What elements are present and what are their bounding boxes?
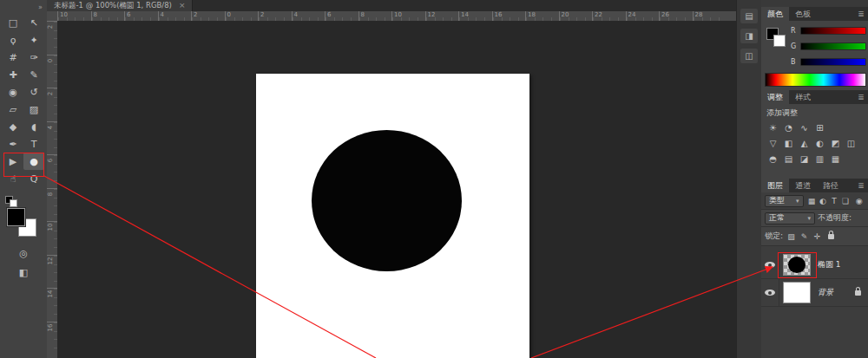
tab-adjustments[interactable]: 调整 [761, 90, 789, 104]
move-tool[interactable]: ↖ [23, 14, 44, 31]
screen-mode-button[interactable]: ◧ [12, 265, 35, 279]
tab-styles[interactable]: 样式 [789, 90, 817, 104]
filter-type-layers-icon[interactable]: T [829, 195, 840, 207]
quick-selection-tool[interactable]: ✦ [23, 31, 44, 49]
crop-tool[interactable]: # [3, 49, 23, 66]
quick-mask-button[interactable]: ◎ [12, 246, 35, 260]
black-white-icon[interactable]: ◐ [813, 138, 826, 150]
lock-position-icon[interactable]: ✛ [812, 231, 823, 243]
tab-swatches[interactable]: 色板 [789, 7, 817, 21]
opacity-label: 不透明度: [818, 212, 852, 224]
pen-tool[interactable]: ✒ [3, 135, 23, 153]
brush-tool[interactable]: ✎ [23, 66, 44, 83]
panel-menu-icon[interactable]: ≣ [854, 7, 868, 21]
selective-color-icon[interactable]: ▦ [829, 153, 842, 166]
filter-shape-layers-icon[interactable]: ❏ [840, 195, 852, 207]
adjustment-icon: ◫ [847, 140, 855, 148]
adjustment-row-2: ▽◧◭◐◩◫ [761, 136, 868, 152]
color-spectrum-bar[interactable] [765, 73, 866, 87]
layer-visibility-toggle[interactable] [761, 251, 779, 278]
vibrance-icon[interactable]: ▽ [766, 138, 779, 150]
properties-panel-button[interactable]: ◨ [740, 29, 758, 43]
exposure-icon[interactable]: ⊞ [813, 122, 826, 134]
layer-name: 背景 [818, 287, 833, 298]
document-tab[interactable]: 未标题-1 @ 100%(椭圆 1, RGB/8) × [47, 0, 193, 11]
hand-tool[interactable]: ☝ [3, 170, 23, 187]
layer-row-ellipse[interactable]: 椭圆 1 [761, 251, 868, 279]
layers-panel: 图层 通道 路径 ≣ 类型 ▾ ▦◐T❏ ◉ 正常 ▾ 不透明度: 锁定: [761, 179, 868, 358]
eraser-tool[interactable]: ▱ [3, 101, 23, 118]
history-brush-tool[interactable]: ↺ [23, 83, 44, 101]
blend-mode-row: 正常 ▾ 不透明度: [761, 210, 868, 227]
posterize-icon[interactable]: ▤ [782, 153, 795, 166]
rectangular-marquee-tool[interactable]: □ [3, 14, 23, 31]
lasso-tool[interactable]: ϙ [3, 31, 23, 49]
gradient-map-icon[interactable]: ▥ [813, 153, 826, 166]
default-colors-icon[interactable] [5, 196, 17, 206]
ellipse-layer-thumbnail[interactable] [783, 254, 811, 276]
layer-name: 椭圆 1 [818, 259, 841, 270]
panel-color-swatches[interactable] [766, 28, 787, 49]
channel-mixer-icon[interactable]: ◫ [845, 138, 858, 150]
threshold-icon[interactable]: ◪ [798, 153, 811, 166]
curves-icon[interactable]: ∿ [798, 122, 811, 134]
ruler-label: 8 [359, 11, 392, 19]
tab-close-icon[interactable]: × [179, 2, 186, 10]
red-channel-slider[interactable] [800, 27, 866, 35]
filter-pixel-layers-icon[interactable]: ▦ [806, 195, 818, 207]
blend-mode-dropdown[interactable]: 正常 ▾ [765, 212, 815, 225]
document-canvas[interactable] [256, 74, 529, 358]
clone-stamp-tool[interactable]: ◉ [3, 83, 23, 101]
green-channel-row: G [791, 42, 866, 50]
panel-menu-icon[interactable]: ≣ [854, 179, 868, 192]
layer-row-background[interactable]: 背景 [761, 279, 868, 307]
levels-icon[interactable]: ◔ [782, 122, 795, 134]
spot-healing-brush-tool[interactable]: ✚ [3, 66, 23, 83]
ruler-label: 28 [694, 11, 727, 19]
ruler-label: 18 [526, 11, 559, 19]
tab-color[interactable]: 颜色 [761, 7, 789, 21]
background-layer-thumbnail[interactable] [783, 282, 811, 303]
layer-visibility-toggle[interactable] [761, 279, 779, 306]
lock-pixels-icon[interactable]: ✎ [799, 231, 810, 243]
hue-saturation-icon[interactable]: ◧ [782, 138, 795, 150]
photo-filter-icon[interactable]: ◩ [829, 138, 842, 150]
eyedropper-tool[interactable]: ✑ [23, 49, 44, 66]
ellipse-tool[interactable]: ● [23, 153, 44, 170]
color-balance-icon[interactable]: ◭ [798, 138, 811, 150]
layer-filter-kind-dropdown[interactable]: 类型 ▾ [765, 195, 804, 207]
tab-layers[interactable]: 图层 [761, 179, 789, 192]
collapsed-panel-dock: ▤ ◨ ◫ [736, 0, 761, 358]
color-panel: 颜色 色板 ≣ R G B [761, 7, 868, 90]
ruler-label: 4 [159, 11, 192, 19]
history-panel-button[interactable]: ▤ [740, 9, 758, 23]
green-channel-label: G [791, 42, 797, 50]
foreground-color-swatch[interactable] [7, 208, 25, 226]
zoom-tool[interactable]: Q [23, 170, 44, 187]
ellipse-shape[interactable] [312, 130, 462, 271]
info-panel-button[interactable]: ◫ [740, 49, 758, 63]
path-selection-tool[interactable]: ▶ [3, 153, 23, 170]
invert-icon[interactable]: ◓ [766, 153, 779, 166]
panel-menu-icon[interactable]: ≣ [854, 90, 868, 104]
tab-channels[interactable]: 通道 [789, 179, 817, 192]
blue-channel-slider[interactable] [800, 58, 866, 66]
blur-tool[interactable]: ◆ [3, 118, 23, 135]
toolbar-collapse-button[interactable]: » [0, 0, 47, 14]
tab-paths[interactable]: 路径 [817, 179, 845, 192]
gradient-tool[interactable]: ▨ [23, 101, 44, 118]
add-adjustment-label: 添加调整 [761, 104, 868, 120]
ruler-label: 12 [426, 11, 459, 19]
blend-mode-value: 正常 [769, 212, 785, 224]
dodge-tool[interactable]: ◖ [23, 118, 44, 135]
brightness-contrast-icon[interactable]: ☀ [766, 122, 779, 134]
type-tool[interactable]: T [23, 135, 44, 153]
ruler-label: 4 [293, 11, 326, 19]
lock-transparency-icon[interactable]: ▨ [786, 231, 797, 243]
canvas-area[interactable] [57, 21, 736, 358]
layer-filter-toggle[interactable]: ◉ [854, 195, 865, 207]
lock-all-button[interactable] [825, 231, 837, 243]
green-channel-slider[interactable] [800, 42, 866, 50]
adjustment-icon: ∿ [800, 124, 807, 133]
filter-adjustment-layers-icon[interactable]: ◐ [818, 195, 829, 207]
